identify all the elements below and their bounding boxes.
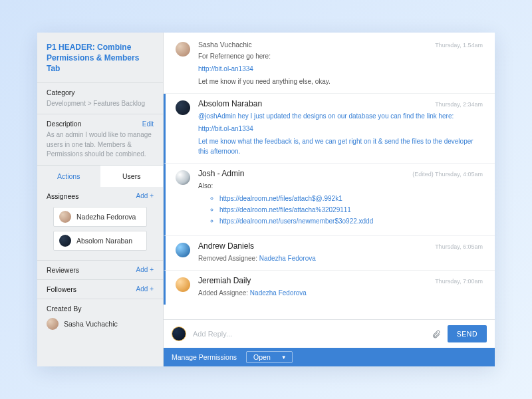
add-follower-link[interactable]: Add + (136, 285, 154, 293)
avatar (176, 42, 190, 57)
event-target-link[interactable]: Nadezha Fedorova (259, 255, 316, 262)
assignee-item[interactable]: Nadezha Fedorova (53, 207, 147, 227)
chevron-down-icon: ▼ (281, 354, 287, 360)
event-timestamp: Thursday, 7:00am (435, 278, 483, 285)
comment-timestamp: (Edited) Thursday, 4:05am (412, 171, 483, 178)
task-title: P1 HEADER: Combine Permissions & Members… (37, 33, 163, 83)
comment-text: Let me know what the feedback is, and we… (198, 138, 473, 155)
avatar (59, 211, 71, 223)
activity-panel: Sasha Vuchachic Thursday, 1.54am For Ref… (164, 33, 495, 366)
add-reviewer-link[interactable]: Add + (136, 266, 154, 273)
tab-users[interactable]: Users (100, 166, 164, 187)
attachment-icon[interactable] (432, 329, 441, 338)
add-assignee-link[interactable]: Add + (136, 192, 154, 200)
comment-author: Josh - Admin (198, 169, 244, 178)
event-action: Removed Assignee: (198, 255, 259, 262)
avatar (47, 318, 59, 330)
comment-link-list: https://dealroom.net/files/attach$@.992k… (219, 195, 483, 225)
created-by-name: Sasha Vuchachic (64, 320, 118, 328)
category-label: Category (47, 88, 154, 96)
category-section: Category Development > Features Backlog (37, 83, 163, 115)
description-section: Description Edit As an admin I would lik… (37, 114, 163, 166)
comment-text: @joshAdmin hey I just updated the design… (198, 112, 454, 120)
comment: Sasha Vuchachic Thursday, 1.54am For Ref… (164, 35, 495, 94)
assignee-name: Absolom Naraban (76, 237, 132, 245)
reviewers-label: Reviewers (47, 266, 79, 274)
task-window: P1 HEADER: Combine Permissions & Members… (37, 33, 495, 366)
avatar (59, 235, 71, 247)
assignee-item[interactable]: Absolom Naraban (53, 231, 147, 251)
created-by-label: Created By (47, 305, 154, 313)
avatar (176, 277, 190, 292)
comment-link[interactable]: https://dealroom.net/users/newmember$3o9… (219, 217, 373, 225)
created-by-section: Created By Sasha Vuchachic (37, 299, 163, 338)
comment-text: Also: (198, 182, 213, 190)
comment-link[interactable]: http://bit.ol-an1334 (198, 65, 253, 72)
followers-label: Followers (47, 285, 76, 293)
assignee-list: Nadezha Fedorova Absolom Naraban (47, 200, 154, 255)
assignee-name: Nadezha Fedorova (76, 213, 136, 221)
avatar (176, 100, 190, 115)
event-timestamp: Thursday, 6:05am (435, 243, 483, 250)
permissions-bar: Manage Permissions Open ▼ (164, 348, 495, 366)
event-author: Jeremiah Daily (198, 276, 251, 285)
sidebar-tabs: Actions Users (37, 166, 163, 187)
send-button[interactable]: SEND (448, 325, 487, 342)
comment-link[interactable]: https://dealroom.net/files/attach$@.992k… (219, 195, 342, 202)
comment: Absolom Naraban Thursday, 2:34am @joshAd… (164, 94, 495, 164)
permissions-select[interactable]: Open ▼ (246, 351, 293, 363)
event-target-link[interactable]: Nadezha Fedorova (250, 289, 307, 297)
event-author: Andrew Daniels (198, 241, 254, 251)
reply-bar: SEND (164, 319, 495, 348)
reviewers-section: Reviewers Add + (37, 261, 163, 280)
comment-timestamp: Thursday, 2:34am (435, 101, 483, 108)
event-action: Added Assignee: (198, 289, 250, 297)
current-user-avatar (172, 327, 186, 341)
edit-description-link[interactable]: Edit (142, 120, 154, 128)
permissions-label: Manage Permissions (172, 353, 237, 361)
comment-text: Let me know if you need anything else, o… (198, 78, 331, 85)
comment-author: Absolom Naraban (198, 99, 262, 108)
comment-text: For Refernence go here: (198, 53, 271, 60)
permissions-value: Open (253, 353, 271, 361)
reply-input[interactable] (193, 330, 425, 338)
category-path: Development > Features Backlog (47, 99, 154, 109)
sidebar: P1 HEADER: Combine Permissions & Members… (37, 33, 164, 366)
comment: Josh - Admin (Edited) Thursday, 4:05am A… (164, 164, 495, 236)
comment-link[interactable]: https://dealroom.net/files/attacha%32029… (219, 206, 351, 213)
followers-section: Followers Add + (37, 280, 163, 299)
comment-thread: Sasha Vuchachic Thursday, 1.54am For Ref… (164, 33, 495, 319)
description-text: As an admin I would like to manage users… (47, 130, 154, 160)
assignees-label: Assignees (47, 192, 78, 200)
system-event: Jeremiah Daily Thursday, 7:00am Added As… (164, 271, 495, 305)
tab-actions[interactable]: Actions (37, 166, 100, 187)
system-event: Andrew Daniels Thursday, 6:05am Removed … (164, 236, 495, 271)
assignees-section: Assignees Add + Nadezha Fedorova Absolom… (37, 187, 163, 261)
comment-timestamp: Thursday, 1.54am (435, 42, 483, 49)
description-label: Description (47, 120, 82, 128)
comment-author: Sasha Vuchachic (198, 41, 252, 49)
comment-link[interactable]: http://bit.ol-an1334 (198, 125, 253, 132)
avatar (176, 243, 190, 257)
avatar (176, 170, 190, 185)
